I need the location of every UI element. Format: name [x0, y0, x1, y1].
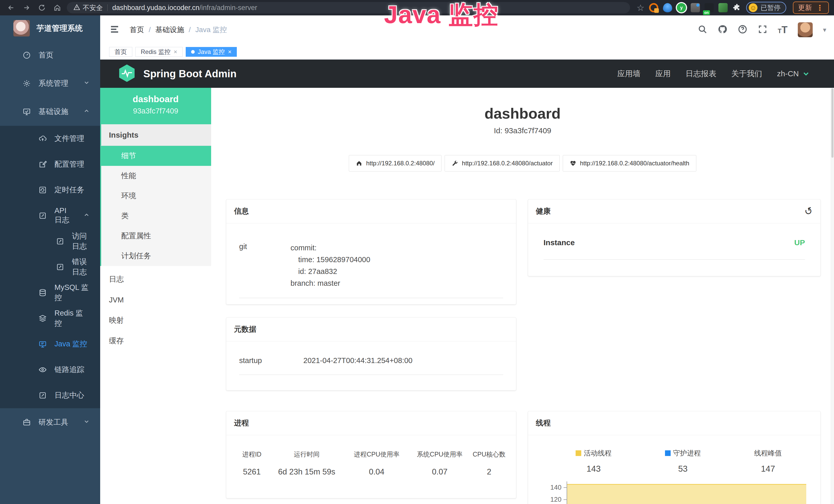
health-url-button[interactable]: http://192.168.0.2:48080/actuator/health: [563, 155, 696, 171]
card-health-title: 健康: [536, 206, 551, 216]
extension-pin-icon[interactable]: [663, 3, 672, 12]
user-avatar[interactable]: [798, 22, 813, 37]
sba-nav-journal[interactable]: 日志报表: [685, 69, 716, 79]
sidebar-item-scheduled-jobs[interactable]: 定时任务: [0, 177, 100, 203]
github-icon[interactable]: [718, 24, 727, 35]
live-threads-value: 143: [576, 464, 612, 474]
update-label: 更新: [798, 3, 812, 12]
fullscreen-icon[interactable]: [758, 24, 767, 35]
browser-update-button[interactable]: 更新 ⋮: [793, 2, 829, 14]
tab-home[interactable]: 首页: [109, 47, 132, 57]
font-size-icon[interactable]: TT: [778, 24, 788, 36]
sidebar-item-home[interactable]: 首页: [0, 41, 100, 69]
search-icon[interactable]: [698, 24, 707, 35]
sba-locale-selector[interactable]: zh-CN: [777, 69, 810, 78]
extension-leaf-icon[interactable]: [719, 3, 728, 12]
sidebar-item-access-log[interactable]: 访问日志: [0, 229, 100, 254]
sba-brand-title[interactable]: Spring Boot Admin: [143, 68, 237, 79]
sba-menu-classes[interactable]: 类: [101, 206, 211, 226]
sidebar-item-system[interactable]: 系统管理: [0, 69, 100, 97]
sba-menu-mappings[interactable]: 映射: [100, 310, 211, 331]
breadcrumb-infra[interactable]: 基础设施: [155, 25, 184, 35]
tab-redis-monitor[interactable]: Redis 监控 ×: [135, 47, 183, 57]
sba-nav-wallboard[interactable]: 应用墙: [617, 69, 640, 79]
card-process-title: 进程: [234, 418, 249, 428]
threads-chart: 140 120 100: [528, 481, 820, 504]
briefcase-icon: [23, 418, 31, 427]
sidebar-submenu-infra: 文件管理 配置管理 定时任务 API 日志 访问日志: [0, 126, 100, 408]
sba-menu-caches[interactable]: 缓存: [100, 331, 211, 351]
browser-menu-dots-icon[interactable]: ⋮: [816, 3, 824, 12]
address-bar[interactable]: 不安全 dashboard.yudao.iocoder.cn /infra/ad…: [67, 2, 630, 13]
sba-nav-about[interactable]: 关于我们: [731, 69, 762, 79]
tab-java-monitor[interactable]: Java 监控 ×: [186, 47, 237, 57]
sidebar-item-error-log[interactable]: 错误日志: [0, 254, 100, 280]
metadata-label: startup: [239, 357, 303, 365]
sidebar-item-log-center[interactable]: 日志中心: [0, 383, 100, 408]
breadcrumb-separator: /: [149, 26, 151, 34]
close-icon[interactable]: ×: [174, 49, 177, 55]
url-path[interactable]: /infra/admin-server: [199, 4, 257, 12]
security-warning-icon[interactable]: [73, 4, 80, 12]
card-metadata-title: 元数据: [234, 324, 256, 335]
scrollbar-thumb[interactable]: [831, 88, 833, 158]
sba-menu-environment[interactable]: 环境: [101, 186, 211, 206]
browser-back-icon[interactable]: [5, 2, 17, 14]
scrollbar-track[interactable]: [831, 88, 834, 504]
admin-sidebar: 芋道管理系统 首页 系统管理 基础设施 文件管理: [0, 16, 100, 504]
sidebar-item-config-mgmt[interactable]: 配置管理: [0, 152, 100, 177]
close-icon[interactable]: ×: [228, 49, 232, 55]
help-icon[interactable]: [738, 24, 747, 35]
sidebar-item-file-mgmt[interactable]: 文件管理: [0, 126, 100, 152]
threads-legend: 活动线程 143 守护进程 53 线程峰值 14: [528, 449, 820, 474]
profile-paused-pill[interactable]: ☺ 已暂停: [746, 2, 786, 14]
actuator-url-button[interactable]: http://192.168.0.2:48080/actuator: [445, 155, 560, 171]
breadcrumb: 首页 / 基础设施 / Java 监控: [130, 25, 227, 35]
extension-colorzilla-icon[interactable]: [649, 3, 658, 12]
sba-menu-jvm[interactable]: JVM: [100, 290, 211, 310]
url-host[interactable]: dashboard.yudao.iocoder.cn: [112, 4, 199, 12]
metadata-value: 2021-04-27T00:44:31.254+08:00: [303, 357, 413, 365]
avatar-caret-icon[interactable]: ▾: [823, 26, 826, 34]
metadata-startup-row: startup 2021-04-27T00:44:31.254+08:00: [239, 357, 503, 375]
process-table: 进程ID 运行时间 进程CPU使用率 系统CPU使用率 CPU核心数 5261 …: [234, 450, 508, 477]
service-url-button[interactable]: http://192.168.0.2:48080/: [349, 155, 441, 171]
sba-menu-scheduled-tasks[interactable]: 计划任务: [101, 246, 211, 266]
sidebar-item-redis-monitor[interactable]: Redis 监控: [0, 305, 100, 331]
git-branch-line: branch: master: [290, 277, 370, 289]
history-icon[interactable]: ↺: [803, 205, 814, 217]
health-instance-row[interactable]: Instance UP: [544, 238, 805, 259]
browser-reload-icon[interactable]: [36, 2, 48, 14]
sidebar-item-trace[interactable]: 链路追踪: [0, 357, 100, 383]
extensions-puzzle-icon[interactable]: [732, 3, 742, 12]
extension-switch-icon[interactable]: on: [705, 3, 714, 12]
sidebar-item-java-monitor[interactable]: Java 监控: [0, 331, 100, 357]
extension-y-icon[interactable]: y: [677, 3, 686, 12]
hamburger-icon[interactable]: [109, 24, 120, 36]
spring-boot-admin-logo-icon[interactable]: [118, 64, 136, 84]
cloud-upload-icon: [39, 135, 47, 143]
breadcrumb-home[interactable]: 首页: [130, 25, 144, 35]
sba-menu-details[interactable]: 细节: [101, 146, 211, 166]
sidebar-item-api-log[interactable]: API 日志: [0, 203, 100, 229]
bookmark-star-icon[interactable]: ☆: [637, 3, 644, 12]
info-git-label: git: [239, 242, 290, 289]
sba-nav-applications[interactable]: 应用: [655, 69, 671, 79]
breadcrumb-separator: /: [189, 26, 191, 34]
sba-instance-panel[interactable]: dashboard 93a3fc7f7409: [100, 88, 211, 124]
sidebar-item-infra[interactable]: 基础设施: [0, 97, 100, 126]
app-logo-row[interactable]: 芋道管理系统: [0, 16, 100, 41]
security-label[interactable]: 不安全: [83, 3, 103, 12]
daemon-threads-swatch: [665, 450, 671, 456]
sba-menu-logging[interactable]: 日志: [100, 269, 211, 290]
sba-menu-metrics[interactable]: 性能: [101, 166, 211, 186]
browser-home-icon[interactable]: [51, 2, 63, 14]
sba-menu-config-props[interactable]: 配置属性: [101, 226, 211, 246]
instance-id: 93a3fc7f7409: [100, 107, 211, 115]
monitor-icon: [23, 108, 31, 116]
sidebar-item-devtools[interactable]: 研发工具: [0, 408, 100, 436]
extension-grid-icon[interactable]: [691, 3, 700, 12]
card-process: 进程 进程ID 运行时间 进程CPU使用率 系统CPU使用率 CPU核心数: [226, 411, 516, 498]
sidebar-item-mysql-monitor[interactable]: MySQL 监控: [0, 280, 100, 305]
browser-forward-icon[interactable]: [21, 2, 32, 14]
